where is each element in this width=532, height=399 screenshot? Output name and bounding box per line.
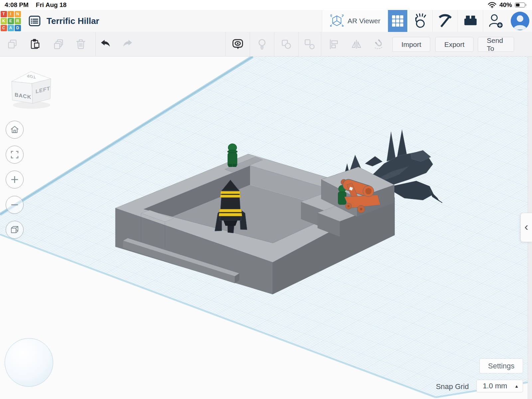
toolbar-divider [95, 32, 96, 57]
ar-viewer-label: AR Viewer [347, 17, 380, 25]
toolbar-divider [225, 32, 226, 57]
panel-expand-tab[interactable]: ‹ [520, 213, 532, 242]
status-date: Fri Aug 18 [36, 1, 66, 9]
toolbar-divider [274, 32, 274, 57]
workplane-scene[interactable]: BACK LEFT TOP [0, 57, 532, 399]
delete-button[interactable] [72, 36, 89, 53]
battery-percent: 40% [499, 1, 512, 9]
view-cube[interactable]: BACK LEFT TOP [12, 71, 51, 109]
magnet-button[interactable] [371, 36, 387, 53]
user-avatar[interactable] [511, 12, 529, 30]
toolbar-divider [321, 32, 321, 57]
wifi-icon [487, 1, 497, 9]
logo-tile: C [1, 25, 7, 31]
person-add-icon [488, 13, 504, 29]
orbit-control-sphere[interactable] [5, 338, 53, 387]
minifig-on-wall-model[interactable] [227, 144, 237, 167]
send-to-button[interactable]: Send To [478, 37, 514, 52]
logo-tile: D [15, 25, 21, 31]
paste-button[interactable] [27, 36, 43, 53]
home-view-button[interactable] [6, 121, 24, 139]
import-button[interactable]: Import [392, 37, 430, 52]
lego-export-button[interactable] [458, 10, 483, 32]
undo-button[interactable] [97, 36, 114, 53]
design-title[interactable]: Terrific Hillar [47, 16, 99, 26]
list-icon [28, 15, 41, 27]
header: T I N K E R C A D Terrific Hillar [0, 10, 532, 32]
align-button[interactable] [326, 36, 342, 53]
ungroup-button[interactable] [301, 36, 318, 53]
grid-3x3-icon [392, 15, 404, 27]
zoom-in-button[interactable] [6, 171, 24, 189]
logo-tile: E [8, 18, 14, 24]
perspective-toggle-button[interactable] [6, 221, 24, 239]
mirror-button[interactable] [348, 36, 365, 53]
redo-button[interactable] [119, 36, 136, 53]
snap-grid-value: 1.0 mm [483, 382, 507, 390]
design-menu-button[interactable] [28, 14, 41, 28]
flick-hand-icon [412, 13, 428, 29]
logo-tile: K [1, 18, 7, 24]
show-all-button[interactable] [229, 36, 246, 53]
light-button[interactable] [254, 36, 270, 53]
snap-grid-select[interactable]: 1.0 mm ▲ [476, 380, 523, 392]
toolbar-divider [298, 32, 299, 57]
snap-grid-label: Snap Grid [429, 382, 469, 391]
copy-button[interactable] [4, 36, 21, 53]
view-3d-design-button[interactable] [388, 10, 407, 32]
add-collaborator-button[interactable] [483, 10, 508, 32]
tinkercad-app: 4:08 PM Fri Aug 18 40% T I [0, 0, 532, 399]
chevron-left-icon: ‹ [524, 220, 528, 233]
minecraft-export-button[interactable] [433, 10, 458, 32]
status-bar: 4:08 PM Fri Aug 18 40% [0, 0, 532, 10]
pickaxe-icon [438, 13, 453, 29]
toolbar: Import Export Send To [0, 32, 532, 57]
logo-tile: N [15, 11, 21, 17]
viewport[interactable]: BACK LEFT TOP [0, 57, 532, 399]
group-button[interactable] [278, 36, 295, 53]
logo-tile: R [15, 18, 21, 24]
brick-icon [463, 13, 478, 29]
export-button[interactable]: Export [435, 37, 473, 52]
sim-lab-button[interactable] [407, 10, 432, 32]
status-time: 4:08 PM [5, 1, 29, 9]
ar-cube-icon [330, 14, 344, 28]
settings-button[interactable]: Settings [479, 358, 523, 373]
toolbar-divider [250, 32, 250, 57]
fit-view-button[interactable] [6, 146, 24, 164]
caret-up-icon: ▲ [514, 384, 519, 389]
duplicate-button[interactable] [50, 36, 67, 53]
logo-tile: A [8, 25, 14, 31]
logo-tile: I [8, 11, 14, 17]
battery-icon [515, 2, 527, 8]
tinkercad-logo[interactable]: T I N K E R C A D [0, 10, 21, 32]
logo-tile: T [1, 11, 7, 17]
ar-viewer-button[interactable]: AR Viewer [322, 10, 388, 32]
zoom-out-button[interactable] [6, 196, 24, 214]
